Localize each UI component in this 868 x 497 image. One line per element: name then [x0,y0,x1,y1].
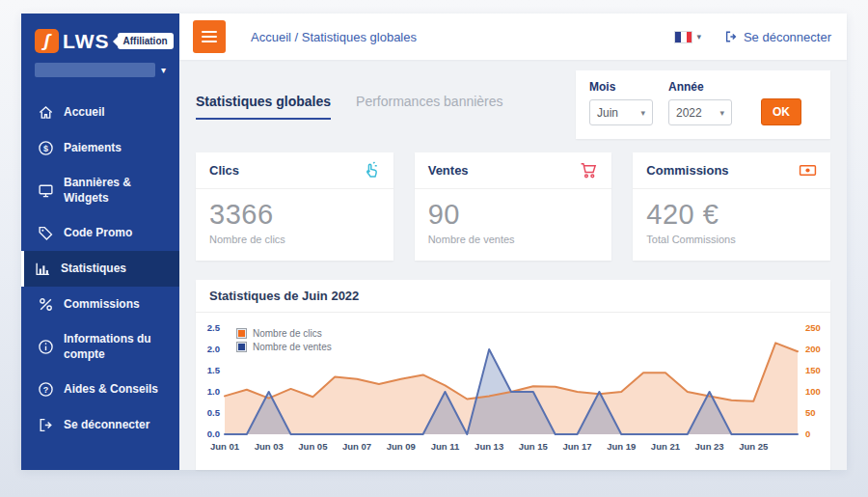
sidebar-item-label: Commissions [64,297,140,313]
sidebar-item-banni-res-widgets[interactable]: Bannières & Widgets [21,166,179,215]
svg-text:Jun 05: Jun 05 [298,441,328,452]
year-select[interactable]: 2022 ▾ [668,99,732,125]
breadcrumb: Accueil / Statistiques globales [251,30,417,44]
chevron-down-icon: ▾ [640,108,645,118]
sidebar-item-label: Se déconnecter [64,418,149,433]
app-window: ʃ LWS Affiliation ▾ Accueil$PaiementsBan… [21,14,847,470]
monitor-icon [38,182,54,199]
period-filter: Mois Juin ▾ Année 2022 ▾ [576,70,830,139]
sidebar-item-aides-conseils[interactable]: ?Aides & Conseils [21,372,179,407]
sidebar-item-label: Statistiques [61,262,126,277]
stat-card-title: Commissions [646,163,728,178]
sidebar-item-se-d-connecter[interactable]: Se déconnecter [21,407,179,443]
svg-text:150: 150 [805,365,821,375]
account-dropdown-value [35,63,155,77]
svg-text:100: 100 [805,386,821,397]
dollar-circle-icon: $ [38,140,54,156]
stat-card-caption: Nombre de clics [209,234,380,245]
legend-swatch [236,342,247,352]
svg-text:?: ? [43,385,49,395]
sidebar-item-label: Accueil [64,105,105,121]
svg-text:2.5: 2.5 [207,322,221,333]
sidebar-nav: Accueil$PaiementsBannières & WidgetsCode… [21,95,179,470]
logout-icon [724,30,738,43]
svg-text:Jun 23: Jun 23 [695,441,724,452]
sidebar-item-label: Code Promo [64,226,132,241]
month-select-value: Juin [597,106,618,120]
info-icon [38,339,54,355]
svg-text:Jun 17: Jun 17 [562,441,591,452]
chart-card: Statistiques de Juin 2022 Nombre de clic… [196,280,830,470]
content: Statistiques globales Performances banni… [179,60,847,470]
stat-card-commissions: Commissions420 €Total Commissions [633,152,830,261]
lws-logo-icon: ʃ [35,29,59,53]
ok-button[interactable]: OK [761,98,801,125]
stat-card-ventes: Ventes90Nombre de ventes [415,152,612,261]
svg-text:Jun 21: Jun 21 [651,441,681,452]
svg-text:Jun 19: Jun 19 [607,441,636,452]
bar-chart-icon [35,261,51,277]
logo: ʃ LWS Affiliation [21,14,179,53]
home-icon [38,104,54,121]
legend-label: Nombre de ventes [253,342,332,352]
stat-card-title: Ventes [428,163,469,178]
stat-card-caption: Total Commissions [646,234,817,245]
stat-card-clics: Clics3366Nombre de clics [196,152,393,261]
svg-text:Jun 11: Jun 11 [431,441,460,452]
sidebar-item-label: Aides & Conseils [64,382,158,398]
sidebar-item-statistiques[interactable]: Statistiques [21,251,179,287]
legend-item: Nombre de clics [236,328,332,339]
sidebar-item-commissions[interactable]: Commissions [21,287,179,322]
svg-text:50: 50 [805,407,816,418]
menu-toggle-button[interactable] [193,20,226,53]
chevron-down-icon[interactable]: ▾ [696,32,701,41]
sidebar-item-label: Informations du compte [64,332,170,362]
svg-text:1.5: 1.5 [207,365,221,375]
stat-card-value: 90 [428,199,599,231]
year-label: Année [668,80,732,94]
affiliation-badge: Affiliation [118,33,174,49]
pointer-click-icon [362,161,380,179]
sidebar-item-informations-du-compte[interactable]: Informations du compte [21,322,179,372]
tab-performances-bannieres[interactable]: Performances bannières [356,94,503,120]
chart-section-title: Statistiques de Juin 2022 [196,280,830,313]
main-area: Accueil / Statistiques globales ▾ Se déc… [179,14,847,470]
question-icon: ? [38,381,54,398]
legend-label: Nombre de clics [253,328,322,339]
svg-text:Jun 01: Jun 01 [210,441,240,452]
stat-card-value: 3366 [209,199,380,231]
chart-legend: Nombre de clicsNombre de ventes [236,328,332,352]
svg-text:Jun 15: Jun 15 [519,441,549,452]
sidebar-item-code-promo[interactable]: Code Promo [21,215,179,251]
chevron-down-icon: ▾ [719,108,724,118]
tabs: Statistiques globales Performances banni… [196,94,503,120]
logout-link[interactable]: Se déconnecter [724,30,831,44]
banknote-icon [799,161,817,179]
svg-text:250: 250 [805,322,821,333]
svg-text:200: 200 [805,344,821,354]
svg-text:0.0: 0.0 [207,428,220,439]
account-dropdown[interactable]: ▾ [35,63,166,77]
sidebar-item-label: Paiements [64,141,122,156]
sidebar-item-paiements[interactable]: $Paiements [21,130,179,166]
tab-statistiques-globales[interactable]: Statistiques globales [196,94,331,120]
chart-area: Nombre de clicsNombre de ventes 0.00.51.… [196,313,830,469]
svg-text:0.5: 0.5 [207,407,221,418]
sidebar: ʃ LWS Affiliation ▾ Accueil$PaiementsBan… [21,14,179,470]
logout-icon [38,417,54,433]
year-select-value: 2022 [676,106,702,120]
sidebar-item-accueil[interactable]: Accueil [21,95,179,130]
stat-card-title: Clics [209,163,239,178]
svg-text:Jun 07: Jun 07 [342,441,371,452]
month-select[interactable]: Juin ▾ [589,99,653,125]
svg-text:Jun 09: Jun 09 [387,441,416,452]
legend-item: Nombre de ventes [236,342,332,352]
tag-icon [38,225,54,241]
percent-icon [38,296,54,313]
svg-text:$: $ [43,144,48,153]
language-flag-icon[interactable] [674,31,692,43]
chevron-down-icon: ▾ [161,65,166,75]
svg-text:Jun 03: Jun 03 [255,441,284,452]
cart-icon [580,161,598,179]
svg-text:Jun 13: Jun 13 [475,441,503,452]
